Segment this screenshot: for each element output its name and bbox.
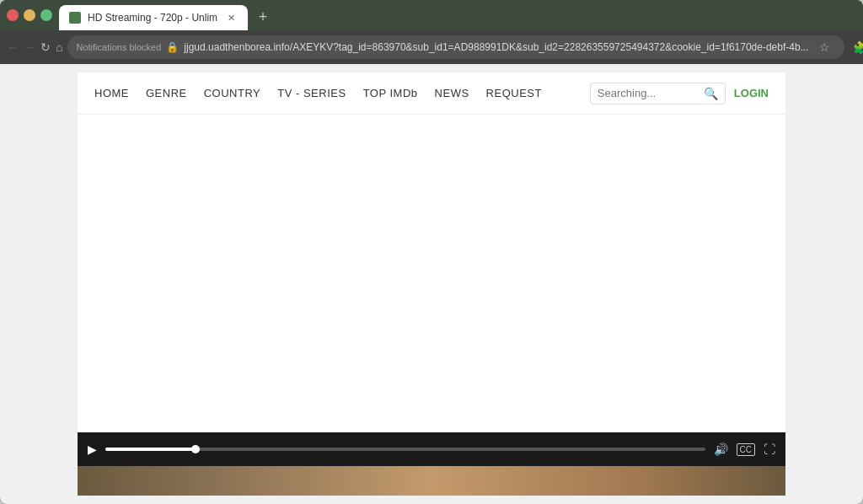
progress-fill (105, 448, 196, 451)
bookmark-btn[interactable]: ☆ (814, 36, 836, 58)
tab-title: HD Streaming - 720p - Unlim (88, 12, 217, 24)
forward-btn[interactable]: → (24, 35, 35, 59)
active-tab[interactable]: HD Streaming - 720p - Unlim ✕ (59, 5, 248, 30)
thumbnail-strip (78, 466, 785, 496)
close-window-btn[interactable] (7, 9, 19, 21)
fullscreen-btn[interactable]: ⛶ (764, 442, 775, 456)
tab-close-btn[interactable]: ✕ (224, 11, 238, 24)
back-btn[interactable]: ← (7, 35, 19, 59)
new-tab-btn[interactable]: + (251, 5, 275, 29)
search-icon[interactable]: 🔍 (704, 87, 718, 100)
site-nav: HOME GENRE COUNTRY TV - SERIES TOP IMDb … (78, 72, 785, 115)
nav-country[interactable]: COUNTRY (204, 87, 261, 99)
extensions-btn[interactable]: 🧩 (850, 36, 863, 58)
search-input[interactable] (598, 87, 699, 99)
nav-request[interactable]: REQUEST (486, 87, 542, 99)
window-controls (7, 9, 52, 21)
minimize-window-btn[interactable] (24, 9, 35, 21)
search-box[interactable]: 🔍 (590, 83, 726, 105)
webpage-content: HOME GENRE COUNTRY TV - SERIES TOP IMDb … (0, 64, 863, 504)
nav-home[interactable]: HOME (94, 87, 129, 99)
title-bar: HD Streaming - 720p - Unlim ✕ + (0, 0, 863, 30)
browser-actions: 🧩 👤 📺 ⏺ ⋮ (850, 36, 863, 58)
address-bar[interactable]: Notifications blocked 🔒 jjgud.uadthenbor… (67, 35, 844, 59)
maximize-window-btn[interactable] (40, 9, 52, 21)
progress-container[interactable] (105, 448, 705, 451)
tab-bar: HD Streaming - 720p - Unlim ✕ + (59, 0, 856, 30)
refresh-btn[interactable]: ↻ (40, 35, 51, 59)
nav-links: HOME GENRE COUNTRY TV - SERIES TOP IMDb … (94, 87, 542, 99)
progress-bar[interactable] (105, 448, 705, 451)
nav-genre[interactable]: GENRE (146, 87, 187, 99)
lock-icon: 🔒 (166, 41, 179, 53)
video-frame (78, 115, 785, 432)
cc-btn[interactable]: CC (737, 443, 755, 456)
nav-news[interactable]: NEWS (435, 87, 469, 99)
notification-blocked-label: Notifications blocked (76, 42, 161, 52)
nav-tv-series[interactable]: TV - SERIES (277, 87, 346, 99)
nav-top-imdb[interactable]: TOP IMDb (363, 87, 418, 99)
tab-favicon (69, 12, 81, 24)
login-btn[interactable]: LOGIN (734, 87, 769, 99)
progress-handle[interactable] (191, 445, 200, 453)
video-controls: ▶ 🔊 CC ⛶ (78, 432, 785, 466)
play-btn[interactable]: ▶ (88, 442, 97, 456)
browser-window: HD Streaming - 720p - Unlim ✕ + ← → ↻ ⌂ … (0, 0, 863, 504)
volume-btn[interactable]: 🔊 (714, 442, 728, 456)
address-bar-row: ← → ↻ ⌂ Notifications blocked 🔒 jjgud.ua… (0, 30, 863, 64)
video-player-container: ▶ 🔊 CC ⛶ (78, 115, 785, 466)
video-area: ▶ 🔊 CC ⛶ (78, 115, 785, 496)
nav-right: 🔍 LOGIN (590, 83, 769, 105)
page-inner: HOME GENRE COUNTRY TV - SERIES TOP IMDb … (78, 72, 785, 496)
home-btn[interactable]: ⌂ (56, 35, 62, 59)
url-text: jjgud.uadthenborea.info/AXEYKV?tag_id=86… (184, 41, 808, 53)
